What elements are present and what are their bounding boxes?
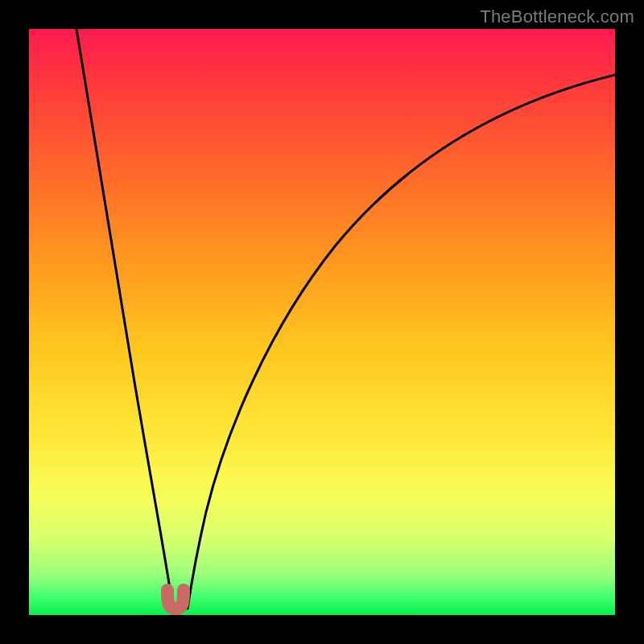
watermark-text: TheBottleneck.com — [480, 6, 634, 27]
bottleneck-curve-left — [76, 29, 173, 609]
chart-plot-area — [29, 29, 615, 615]
chart-svg — [29, 29, 615, 615]
bottleneck-curve-right — [188, 74, 615, 609]
chart-frame: TheBottleneck.com — [0, 0, 644, 644]
optimal-marker — [167, 590, 184, 609]
